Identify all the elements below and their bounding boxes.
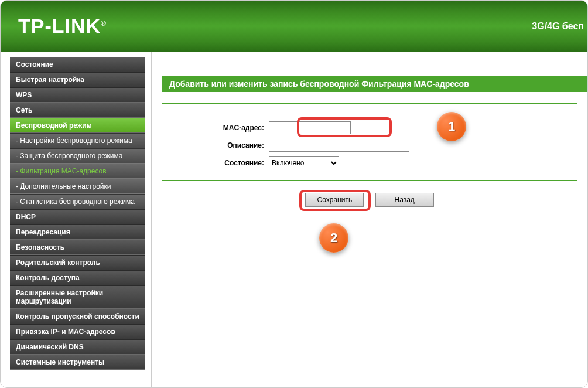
sidebar-item-ddns[interactable]: Динамический DNS [10,339,145,355]
sidebar-item-parental[interactable]: Родительский контроль [10,255,145,270]
sidebar-subitem-wireless-settings[interactable]: - Настройки беспроводного режима [10,133,145,148]
header: TP-LINK® 3G/4G бесп [1,1,587,52]
sidebar-item-network[interactable]: Сеть [10,103,145,118]
sidebar-item-bandwidth[interactable]: Контроль пропускной способности [10,309,145,324]
sidebar-item-status[interactable]: Состояние [10,57,145,72]
logo: TP-LINK® [18,15,107,38]
back-button[interactable]: Назад [375,193,434,207]
main-container: Состояние Быстрая настройка WPS Сеть Бес… [1,52,587,387]
sidebar-item-security[interactable]: Безопасность [10,240,145,255]
form-row-state: Состояние: Включено [163,156,576,169]
content-area: Добавить или изменить запись беспроводно… [152,52,587,387]
sidebar-item-ip-mac-binding[interactable]: Привязка IP- и MAC-адресов [10,324,145,339]
sidebar-item-forwarding[interactable]: Переадресация [10,224,145,240]
desc-label: Описание: [163,141,269,149]
form-area: MAC-адрес: Описание: Состояние: Включено [152,104,587,169]
desc-input[interactable] [269,139,409,152]
sidebar-item-dhcp[interactable]: DHCP [10,209,145,224]
header-product-text: 3G/4G бесп [532,21,587,32]
sidebar-item-access-control[interactable]: Контроль доступа [10,270,145,285]
button-row: Сохранить Назад [152,181,587,207]
sidebar-subitem-wireless-stats[interactable]: - Статистика беспроводного режима [10,194,145,209]
sidebar-subitem-wireless-security[interactable]: - Защита беспроводного режима [10,148,145,164]
mac-input[interactable] [269,121,351,134]
form-row-mac: MAC-адрес: [163,121,576,134]
sidebar-item-system-tools[interactable]: Системные инструменты [10,355,145,370]
sidebar-item-quick-setup[interactable]: Быстрая настройка [10,72,145,87]
sidebar: Состояние Быстрая настройка WPS Сеть Бес… [1,52,152,387]
page-title: Добавить или изменить запись беспроводно… [162,76,587,92]
sidebar-item-wps[interactable]: WPS [10,87,145,103]
sidebar-item-routing[interactable]: Расширенные настройки маршрутизации [10,285,145,309]
save-button[interactable]: Сохранить [305,193,364,207]
sidebar-subitem-advanced[interactable]: - Дополнительные настройки [10,179,145,194]
sidebar-subitem-mac-filter[interactable]: - Фильтрация MAC-адресов [10,164,145,179]
sidebar-item-wireless[interactable]: Беспроводной режим [10,118,145,133]
state-label: Состояние: [163,159,269,167]
form-row-desc: Описание: [163,139,576,152]
mac-label: MAC-адрес: [163,124,269,132]
state-select[interactable]: Включено [269,156,339,169]
